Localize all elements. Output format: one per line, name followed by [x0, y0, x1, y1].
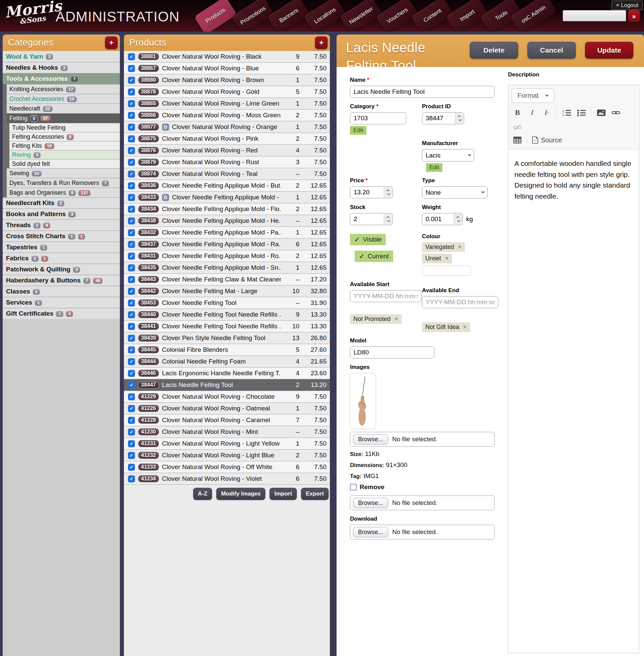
add-product-button[interactable]: + — [315, 37, 327, 49]
available-start-input[interactable] — [350, 290, 422, 302]
description-text[interactable]: A comfortable wooden handled single need… — [508, 150, 639, 210]
product-row[interactable]: 38433DClover Needle Felting Applique Mol… — [124, 191, 330, 203]
name-field[interactable] — [350, 86, 495, 98]
category-item[interactable]: Dyes, Transfers & Run Removers7 — [7, 178, 120, 188]
link-icon[interactable] — [611, 108, 621, 118]
colour-tag-chip[interactable]: Unset× — [422, 254, 452, 263]
modify-images-button[interactable]: Modify Images — [216, 488, 265, 500]
category-item[interactable]: Tapestries1 — [3, 242, 120, 253]
product-checkbox[interactable] — [128, 241, 135, 248]
category-item[interactable]: Felting537 — [7, 113, 120, 123]
category-item[interactable]: Classes2 — [3, 286, 120, 297]
product-checkbox[interactable] — [128, 335, 135, 342]
manufacturer-select[interactable]: Lacis — [422, 149, 474, 161]
import-button[interactable]: Import — [270, 488, 297, 500]
product-checkbox[interactable] — [128, 171, 135, 178]
category-item[interactable]: Needlecraft22 — [7, 104, 120, 113]
product-checkbox[interactable] — [128, 53, 135, 60]
product-row[interactable]: 38876Clover Natural Wool Roving - Red47.… — [124, 145, 330, 156]
image-file-input-2[interactable]: Browse... No file selected. — [350, 496, 495, 510]
product-checkbox[interactable] — [128, 182, 135, 189]
remove-chip-icon[interactable]: × — [458, 244, 462, 251]
bullet-list-icon[interactable] — [576, 108, 586, 118]
product-row[interactable]: 38878Clover Natural Wool Roving - Gold57… — [124, 86, 330, 98]
product-row[interactable]: 38879Clover Natural Wool Roving - Rust37… — [124, 156, 330, 168]
category-item[interactable]: Fabrics21 — [3, 253, 120, 264]
product-checkbox[interactable] — [128, 417, 135, 424]
logout-button[interactable]: × Logout — [612, 1, 643, 10]
product-checkbox[interactable] — [128, 323, 135, 330]
product-row[interactable]: 41234Clover Natural Wool Roving - Violet… — [124, 473, 330, 485]
product-row[interactable]: 41232Clover Natural Wool Roving - Light … — [124, 450, 330, 461]
ordered-list-icon[interactable]: 12 — [561, 108, 572, 118]
search-input[interactable] — [562, 10, 626, 21]
category-item[interactable]: Patchwork & Quilting3 — [3, 264, 120, 275]
product-checkbox[interactable] — [128, 194, 135, 201]
product-row[interactable]: 38874Clover Natural Wool Roving - Teal–7… — [124, 168, 330, 180]
nav-tab-vouchers[interactable]: Vouchers — [376, 0, 419, 31]
category-item[interactable]: Gift Certificates14 — [3, 308, 120, 319]
category-item[interactable]: Roving3 — [9, 150, 120, 159]
product-row[interactable]: 38439Clover Pen Style Needle Felting Too… — [124, 332, 330, 344]
product-row[interactable]: 38434Clover Needle Felting Applique Mold… — [124, 203, 330, 215]
category-item[interactable]: Needles & Hooks2 — [3, 62, 120, 73]
product-row[interactable]: 38447Lacis Needle Felting Tool213.20 — [124, 379, 330, 391]
product-checkbox[interactable] — [128, 276, 135, 283]
category-item[interactable]: Needlecraft Kits2 — [3, 197, 120, 208]
remove-chip-icon[interactable]: × — [394, 316, 398, 323]
bold-icon[interactable]: B — [512, 108, 523, 118]
spinner-buttons[interactable] — [454, 214, 462, 224]
az-sort-button[interactable]: A-Z — [193, 488, 212, 500]
format-dropdown[interactable]: Format — [512, 88, 554, 103]
update-button[interactable]: Update — [585, 42, 633, 59]
category-item[interactable]: Threads28 — [3, 220, 120, 230]
product-row[interactable]: 38442Clover Needle Felting Mat - Large10… — [124, 286, 330, 297]
spinner-buttons[interactable] — [384, 214, 392, 224]
nav-tab-locations[interactable]: Locations — [303, 0, 347, 31]
product-checkbox[interactable] — [128, 405, 135, 412]
nav-tab-newsletter[interactable]: Newsletter — [340, 0, 383, 31]
not-promoted-chip[interactable]: Not Promoted × — [350, 314, 401, 324]
product-checkbox[interactable] — [128, 253, 135, 259]
product-id-stepper[interactable]: 38447 — [422, 112, 464, 124]
product-row[interactable]: 41231Clover Natural Wool Roving - Light … — [124, 438, 330, 450]
product-checkbox[interactable] — [128, 393, 135, 400]
price-stepper[interactable]: 13.20 — [350, 186, 393, 198]
product-checkbox[interactable] — [128, 88, 135, 95]
category-item[interactable]: Knitting Accessories17 — [7, 84, 120, 94]
category-item[interactable]: Felting Kits19 — [9, 141, 120, 150]
product-row[interactable]: 38866Clover Natural Wool Roving - Moss G… — [124, 110, 330, 121]
product-checkbox[interactable] — [128, 229, 135, 236]
category-item[interactable]: Wool & Yarn2 — [3, 51, 120, 62]
product-checkbox[interactable] — [128, 159, 135, 166]
product-row[interactable]: 41230Clover Natural Wool Roving - Mint–7… — [124, 426, 330, 438]
product-row[interactable]: 38436Clover Needle Felting Applique Mold… — [124, 180, 330, 191]
category-item[interactable]: Crochet Accessories13 — [7, 94, 120, 104]
model-field[interactable] — [350, 346, 434, 359]
product-checkbox[interactable] — [128, 382, 135, 389]
product-checkbox[interactable] — [128, 264, 135, 271]
image-icon[interactable] — [596, 108, 606, 118]
nav-tab-banners[interactable]: Banners — [267, 0, 310, 31]
download-file-input[interactable]: Browse... No file selected. — [350, 525, 495, 539]
remove-chip-icon[interactable]: × — [445, 255, 449, 262]
category-item[interactable]: Sewing10 — [7, 168, 120, 178]
remove-chip-icon[interactable]: × — [463, 324, 467, 331]
product-row[interactable]: 38437Clover Needle Felting Applique Mold… — [124, 239, 330, 250]
nav-tab-products[interactable]: Products — [194, 0, 237, 31]
edit-category-button[interactable]: Edit — [350, 126, 366, 135]
category-item[interactable]: Haberdashery & Buttons748 — [3, 275, 120, 286]
product-checkbox[interactable] — [128, 135, 135, 142]
product-row[interactable]: 38435Clover Needle Felting Applique Mold… — [124, 262, 330, 274]
product-row[interactable]: 41229Clover Natural Wool Roving - Chocol… — [124, 391, 330, 403]
remove-format-icon[interactable]: I× — [542, 108, 552, 118]
add-category-button[interactable]: + — [105, 37, 118, 49]
product-image-thumbnail[interactable] — [350, 373, 376, 429]
search-go-button[interactable]: » — [628, 10, 640, 22]
product-row[interactable]: 38443Clover Needle Felting Claw & Mat Cl… — [124, 274, 330, 286]
category-item[interactable]: Books and Patterns3 — [3, 208, 120, 220]
export-button[interactable]: Export — [301, 488, 328, 500]
browse-button[interactable]: Browse... — [353, 434, 388, 445]
colour-tag-chip[interactable]: Variegated× — [422, 242, 465, 252]
product-row[interactable]: 38877DClover Natural Wool Roving - Orang… — [124, 121, 330, 133]
